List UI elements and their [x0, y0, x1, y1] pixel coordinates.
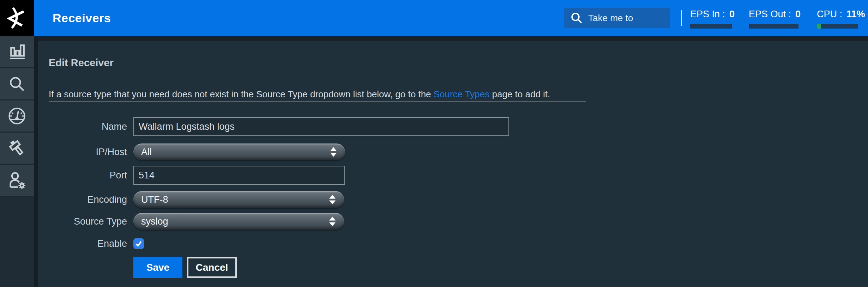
encoding-label: Encoding [38, 191, 127, 208]
content-top-edge [34, 36, 868, 41]
ip-host-selected-value: All [141, 147, 152, 158]
enable-checkbox[interactable] [133, 238, 144, 249]
search-icon [571, 12, 583, 24]
gear-icon [18, 182, 25, 189]
source-type-selected-value: syslog [141, 216, 168, 227]
top-bar: Receivers EPS In : 0 EPS Out : 0 [0, 0, 868, 36]
sidebar-item-user-admin[interactable] [0, 165, 34, 197]
helper-note: If a source type that you need does not … [49, 89, 550, 100]
sidebar-item-dashboards[interactable] [0, 36, 34, 68]
arcsight-logo-icon [3, 4, 31, 33]
app-logo [0, 0, 34, 36]
port-field[interactable] [133, 166, 345, 185]
content-left-edge [34, 36, 38, 287]
eps-in-stat: EPS In : 0 [690, 9, 732, 29]
search-icon [8, 75, 26, 93]
eps-out-bar [749, 24, 798, 29]
quick-search[interactable] [564, 8, 670, 28]
save-button[interactable]: Save [133, 257, 182, 278]
note-text-before: If a source type that you need does not … [49, 89, 434, 99]
app-window: Receivers EPS In : 0 EPS Out : 0 [0, 0, 868, 287]
encoding-select[interactable]: UTF-8 [133, 191, 344, 208]
eps-in-label: EPS In : [690, 9, 725, 20]
cancel-button[interactable]: Cancel [187, 257, 237, 278]
ip-host-label: IP/Host [38, 144, 127, 160]
main-content: Edit Receiver If a source type that you … [38, 41, 868, 287]
search-input[interactable] [587, 12, 667, 24]
enable-label: Enable [38, 238, 127, 249]
sidebar-item-search[interactable] [0, 68, 34, 100]
name-field[interactable] [133, 117, 509, 136]
select-spinner-icon [329, 195, 336, 204]
source-type-select[interactable]: syslog [133, 213, 344, 230]
cpu-bar [817, 24, 858, 29]
cpu-value: 11% [846, 9, 865, 20]
eps-out-value: 0 [795, 9, 801, 20]
cpu-label: CPU : [817, 9, 842, 20]
bar-chart-icon [8, 43, 26, 61]
section-divider [49, 102, 586, 102]
sidebar-item-monitor[interactable] [0, 100, 34, 133]
ip-host-select[interactable]: All [133, 144, 345, 160]
gavel-icon [8, 139, 26, 157]
page-title: Receivers [53, 0, 111, 36]
name-label: Name [38, 117, 127, 136]
eps-in-bar [690, 24, 732, 29]
sidebar-item-configuration[interactable] [0, 133, 34, 165]
select-spinner-icon [329, 217, 336, 226]
cpu-stat: CPU : 11% [817, 9, 858, 29]
user-settings-icon [8, 171, 26, 189]
source-types-link[interactable]: Source Types [434, 89, 490, 99]
port-label: Port [38, 166, 127, 185]
encoding-selected-value: UTF-8 [141, 194, 168, 205]
header-divider [681, 10, 682, 26]
gauge-icon [8, 107, 26, 125]
checkmark-icon [135, 240, 142, 247]
source-type-label: Source Type [38, 213, 127, 230]
eps-in-value: 0 [729, 9, 735, 20]
form-title: Edit Receiver [49, 57, 114, 69]
note-text-after: page to add it. [489, 89, 550, 99]
select-spinner-icon [330, 147, 337, 157]
eps-out-label: EPS Out : [749, 9, 791, 20]
eps-out-stat: EPS Out : 0 [749, 9, 798, 29]
sidebar [0, 36, 34, 287]
